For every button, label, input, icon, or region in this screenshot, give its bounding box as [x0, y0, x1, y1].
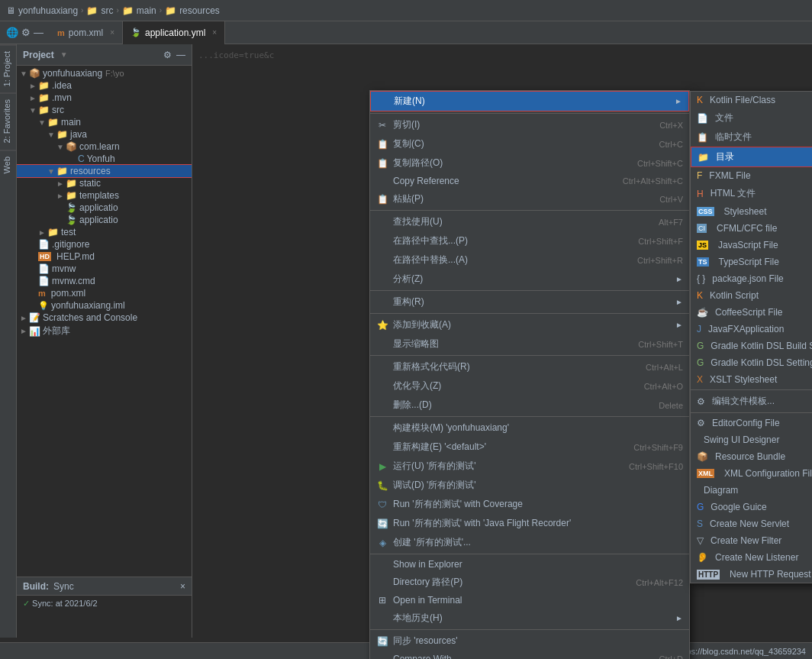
sub-ts[interactable]: TS TypeScript File: [691, 254, 812, 270]
breadcrumb-resources[interactable]: 📁 resources: [165, 5, 220, 16]
settings-icon[interactable]: ⚙: [21, 27, 31, 38]
menu-localhistory[interactable]: 本地历史(H) ►: [370, 609, 689, 628]
tab-yml-close[interactable]: ×: [212, 28, 217, 37]
sub-stylesheet[interactable]: CSS Stylesheet: [691, 203, 812, 220]
menu-buildmodule[interactable]: 构建模块(M) 'yonfuhuaxiang': [370, 418, 689, 438]
tree-class[interactable]: C Yonfuh: [17, 153, 192, 165]
menu-cut[interactable]: ✂ 剪切(I) Ctrl+X: [370, 115, 689, 134]
tree-resources[interactable]: ▼ 📁 resources: [17, 165, 192, 177]
root-folder-icon: 📦: [29, 68, 40, 79]
menu-createtest[interactable]: ◈ 创建 '所有的测试'...: [370, 533, 689, 552]
menu-copyref[interactable]: Copy Reference Ctrl+Alt+Shift+C: [370, 173, 689, 189]
sub-javafx[interactable]: J JavaFXApplication: [691, 321, 812, 338]
sub-gradle-settings[interactable]: G Gradle Kotlin DSL Settings: [691, 354, 812, 371]
side-tab-project[interactable]: 1: Project: [0, 44, 16, 92]
tree-scratches[interactable]: ► 📝 Scratches and Console: [17, 312, 192, 324]
sub-kotlin-file[interactable]: K Kotlin File/Class: [691, 92, 812, 108]
menu-copy[interactable]: 📋 复制(C) Ctrl+C: [370, 134, 689, 153]
close-build-icon[interactable]: ×: [180, 581, 185, 592]
sub-xslt[interactable]: X XSLT Stylesheet: [691, 371, 812, 388]
src-folder-icon: 📁: [38, 105, 50, 115]
breadcrumb-root[interactable]: 🖥 yonfuhuaxiang: [6, 5, 78, 16]
breadcrumb-src[interactable]: 📁 src: [86, 5, 113, 16]
tree-iml[interactable]: 💡 yonfuhuaxiang.iml: [17, 299, 192, 312]
menu-runwcov[interactable]: 🛡 Run '所有的测试' with Coverage: [370, 495, 689, 514]
sub-kotlin-script[interactable]: K Kotlin Script: [691, 287, 812, 304]
sub-fxml[interactable]: F FXML File: [691, 167, 812, 184]
tree-gitignore[interactable]: 📄 .gitignore: [17, 238, 192, 250]
menu-refactor[interactable]: 重构(R) ►: [370, 292, 689, 312]
side-tab-web[interactable]: Web: [0, 150, 16, 179]
tree-mvnwcmd[interactable]: 📄 mvnw.cmd: [17, 275, 192, 287]
sub-coffee[interactable]: ☕ CoffeeScript File: [691, 304, 812, 321]
menu-reformat[interactable]: 重新格式化代码(R) Ctrl+Alt+L: [370, 357, 689, 376]
menu-dirpath[interactable]: Directory 路径(P) Ctrl+Alt+F12: [370, 573, 689, 592]
menu-runwflight[interactable]: 🔄 Run '所有的测试' with 'Java Flight Recorder…: [370, 514, 689, 533]
menu-debug[interactable]: 🐛 调试(D) '所有的测试': [370, 476, 689, 495]
sub-gradle-build[interactable]: G Gradle Kotlin DSL Build Script: [691, 338, 812, 354]
sync-tab[interactable]: Sync: [53, 581, 74, 592]
side-tab-favorites[interactable]: 2: Favorites: [0, 92, 16, 149]
menu-addtofav[interactable]: ⭐ 添加到收藏(A) ►: [370, 315, 689, 334]
tree-mvn[interactable]: ► 📁 .mvn: [17, 92, 192, 104]
menu-terminal[interactable]: ⊞ Open in Terminal: [370, 592, 689, 609]
close-icon[interactable]: —: [176, 50, 185, 60]
sub-cfml[interactable]: CI CFML/CFC file: [691, 220, 812, 237]
menu-compare[interactable]: Compare With... Ctrl+D: [370, 651, 689, 659]
tree-test[interactable]: ► 📁 test: [17, 226, 192, 238]
menu-optimizeimp[interactable]: 优化导入(Z) Ctrl+Alt+O: [370, 376, 689, 396]
tree-package[interactable]: ▼ 📦 com.learn: [17, 141, 192, 153]
globe-icon[interactable]: 🌐: [6, 27, 18, 38]
tree-root[interactable]: ▼ 📦 yonfuhuaxiang F:\yo: [17, 67, 192, 79]
tab-yml[interactable]: 🍃 application.yml ×: [123, 21, 225, 44]
tree-mvnw[interactable]: 📄 mvnw: [17, 263, 192, 275]
tree-static[interactable]: ► 📁 static: [17, 177, 192, 189]
gear-icon[interactable]: ⚙: [163, 50, 172, 60]
sub-diagram[interactable]: Diagram ►: [691, 482, 812, 499]
sub-tempfile[interactable]: 📋 临时文件 Ctrl+Alt+Shift+Insert: [691, 128, 812, 147]
sub-editorconfig[interactable]: ⚙ EditorConfig File: [691, 415, 812, 431]
sub-file[interactable]: 📄 文件: [691, 108, 812, 128]
sub-js[interactable]: JS JavaScript File: [691, 237, 812, 254]
menu-findinpath[interactable]: 在路径中查找...(P) Ctrl+Shift+F: [370, 231, 689, 250]
tree-pomxml[interactable]: m pom.xml: [17, 287, 192, 299]
breadcrumb-main[interactable]: 📁 main: [122, 5, 156, 16]
sub-directory[interactable]: 📁 目录: [691, 147, 812, 167]
menu-replaceinpath[interactable]: 在路径中替换...(A) Ctrl+Shift+R: [370, 250, 689, 270]
menu-showinexp[interactable]: Show in Explorer: [370, 556, 689, 573]
sub-resourcebundle[interactable]: 📦 Resource Bundle: [691, 448, 812, 465]
sub-servlet[interactable]: S Create New Servlet: [691, 515, 812, 532]
sub-xmlconfig[interactable]: XML XML Configuration File ►: [691, 465, 812, 482]
menu-findusage[interactable]: 查找使用(U) Alt+F7: [370, 212, 689, 231]
menu-rebuild[interactable]: 重新构建(E) '<default>' Ctrl+Shift+F9: [370, 438, 689, 457]
sub-json[interactable]: { } package.json File: [691, 270, 812, 287]
dropdown-icon[interactable]: ▼: [60, 50, 68, 59]
tree-helpmd[interactable]: HD HELP.md: [17, 250, 192, 263]
tree-src[interactable]: ▼ 📁 src: [17, 104, 192, 116]
tree-extlib[interactable]: ► 📊 外部库: [17, 324, 192, 338]
menu-new[interactable]: 新建(N) ►: [370, 91, 689, 111]
sub-filter[interactable]: ▽ Create New Filter: [691, 532, 812, 549]
sub-edittemplate[interactable]: ⚙ 编辑文件模板...: [691, 392, 812, 411]
sub-listener[interactable]: 👂 Create New Listener: [691, 549, 812, 566]
tree-app2[interactable]: 🍃 applicatio: [17, 214, 192, 226]
sub-httprequest[interactable]: HTTP New HTTP Request: [691, 566, 812, 583]
tab-pom[interactable]: m pom.xml ×: [50, 21, 123, 44]
menu-analyze[interactable]: 分析(Z) ►: [370, 270, 689, 289]
tree-java[interactable]: ▼ 📁 java: [17, 128, 192, 141]
sub-html[interactable]: H HTML 文件: [691, 184, 812, 203]
tree-idea[interactable]: ► 📁 .idea: [17, 79, 192, 92]
sub-googleguice[interactable]: G Google Guice ►: [691, 499, 812, 515]
sub-swingui[interactable]: Swing UI Designer: [691, 431, 812, 448]
menu-showthumbnail[interactable]: 显示缩略图 Ctrl+Shift+T: [370, 334, 689, 354]
menu-paste[interactable]: 📋 粘贴(P) Ctrl+V: [370, 189, 689, 208]
tree-templates[interactable]: ► 📁 templates: [17, 189, 192, 202]
tree-main[interactable]: ▼ 📁 main: [17, 116, 192, 128]
menu-sync[interactable]: 🔄 同步 'resources': [370, 632, 689, 651]
menu-copypath[interactable]: 📋 复制路径(O) Ctrl+Shift+C: [370, 153, 689, 173]
menu-delete[interactable]: 删除...(D) Delete: [370, 396, 689, 415]
tab-pom-close[interactable]: ×: [110, 28, 114, 37]
tree-app1[interactable]: 🍃 applicatio: [17, 202, 192, 214]
dash-icon[interactable]: —: [34, 27, 44, 38]
menu-run[interactable]: ▶ 运行(U) '所有的测试' Ctrl+Shift+F10: [370, 457, 689, 476]
